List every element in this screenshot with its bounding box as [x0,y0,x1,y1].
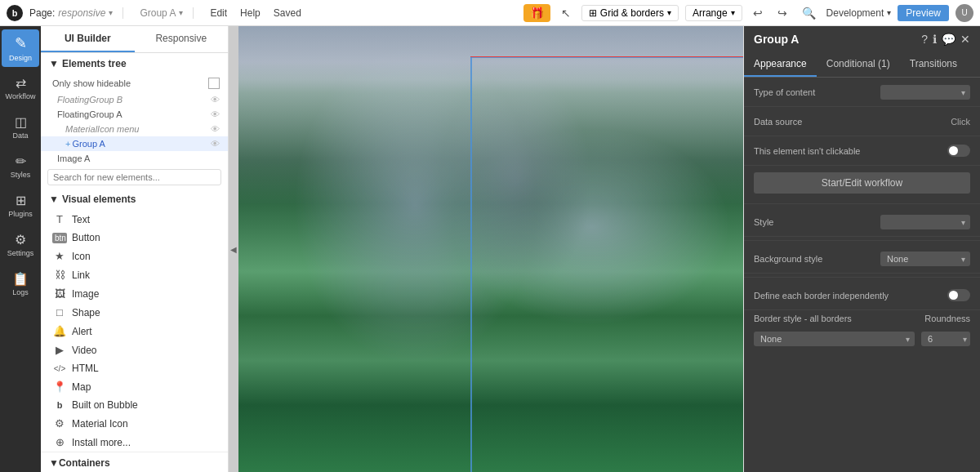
page-name: responsive [58,7,105,19]
alert-icon: 🔔 [52,325,67,337]
style-select[interactable] [880,215,970,229]
right-panel-content: Type of content Data source Click [744,78,980,472]
elem-video[interactable]: ▶ Video [41,341,228,359]
tree-item-materialicon[interactable]: MaterialIcon menu 👁 [41,122,228,136]
toggle-knob [949,146,958,155]
avatar[interactable]: U [956,4,973,22]
arrange-button[interactable]: Arrange ▾ [685,5,742,21]
sidebar-item-design[interactable]: ✎ Design [2,29,39,67]
elem-link[interactable]: ⛓ Link [41,265,228,284]
tab-conditional[interactable]: Conditional (1) [817,52,900,77]
roundness-select[interactable]: 6 [921,332,970,346]
elem-install-more[interactable]: ⊕ Install more... [41,433,228,452]
elem-alert[interactable]: 🔔 Alert [41,322,228,341]
button-icon: btn [52,233,67,243]
horizontal-guide-line [470,56,743,57]
page-chevron-icon: ▾ [109,8,113,17]
only-show-hideable-label: Only show hideable [52,78,131,88]
grid-borders-button[interactable]: ⊞ Grid & borders ▾ [581,5,679,21]
roundness-select-wrap[interactable]: 6 [921,332,970,346]
plugins-icon: ⊞ [16,193,26,208]
elem-text[interactable]: T Text [41,210,228,229]
type-of-content-select-wrapper[interactable] [880,85,970,100]
install-more-icon: ⊕ [52,436,67,448]
search-input[interactable] [47,169,221,185]
sky-overlay [238,26,743,204]
roundness-label: Roundness [924,314,970,323]
development-button[interactable]: Development ▾ [826,7,892,19]
eye-icon: 👁 [211,124,220,134]
elem-icon[interactable]: ★ Icon [41,247,228,265]
dev-chevron-icon: ▾ [887,8,891,17]
elem-html[interactable]: </> HTML [41,359,228,377]
background-style-select-wrapper[interactable]: None [880,252,970,266]
tab-transitions[interactable]: Transitions [900,52,967,77]
divider-2 [744,240,980,241]
visual-elements-arrow-icon: ▼ [49,194,59,205]
type-of-content-select[interactable] [880,85,970,100]
cursor-tool-button[interactable]: ↖ [557,4,575,22]
undo-button[interactable]: ↩ [749,4,767,22]
info-icon[interactable]: ℹ [933,33,937,46]
group-selector[interactable]: Group A ▾ [130,7,194,19]
define-border-toggle[interactable] [947,289,970,301]
search-row [41,166,228,189]
border-select-wrap[interactable]: None [754,332,915,346]
elements-tree-label: Elements tree [62,58,127,69]
collapse-handle[interactable]: ◀ [229,26,238,472]
start-edit-workflow-button[interactable]: Start/Edit workflow [754,172,970,194]
sidebar-item-plugins[interactable]: ⊞ Plugins [2,186,39,224]
define-border-row: Define each border independently [744,281,980,310]
sidebar-item-workflow[interactable]: ⇄ Workflow [2,69,39,106]
containers-header: ▼ Containers [41,452,228,472]
elem-builtonbubble[interactable]: b Built on Bubble [41,396,228,414]
sidebar-item-styles[interactable]: ✏ Styles [2,147,39,185]
comment-icon[interactable]: 💬 [942,33,956,46]
divider-1 [744,203,980,204]
shape-icon: □ [52,306,67,318]
only-show-hideable-checkbox[interactable] [208,78,220,89]
border-row: None 6 [744,327,980,351]
tree-item-groupa[interactable]: + Group A 👁 [41,136,228,151]
tree-item-floatinggroupb[interactable]: FloatingGroup B 👁 [41,92,228,107]
style-select-wrapper[interactable] [880,215,970,229]
tab-appearance[interactable]: Appearance [744,52,817,77]
help-icon[interactable]: ? [921,33,928,46]
type-of-content-row: Type of content [744,78,980,107]
not-clickable-toggle[interactable] [947,145,970,157]
group-name: Group A [140,7,176,19]
elem-map[interactable]: 📍 Map [41,377,228,396]
close-icon[interactable]: ✕ [960,33,970,46]
tree-item-floatinggroupa[interactable]: FloatingGroup A 👁 [41,107,228,122]
edit-nav[interactable]: Edit [210,7,227,19]
right-panel: Group A ? ℹ 💬 ✕ Appearance Conditional (… [743,26,980,472]
material-icon-icon: ⚙ [52,417,67,430]
background-style-select[interactable]: None [880,252,970,266]
styles-icon: ✏ [16,154,26,169]
logs-icon: 📋 [12,271,29,287]
canvas-border-left [470,56,472,472]
preview-button[interactable]: Preview [898,5,949,21]
map-icon: 📍 [52,381,67,393]
logo-text: b [12,8,18,18]
sidebar-item-logs[interactable]: 📋 Logs [2,265,39,302]
elem-image[interactable]: 🖼 Image [41,284,228,303]
data-source-click[interactable]: Click [951,117,970,127]
page-selector[interactable]: Page: responsive ▾ [29,7,123,19]
gift-button[interactable]: 🎁 [523,4,550,22]
elem-button[interactable]: btn Button [41,229,228,247]
style-label: Style [754,217,880,227]
canvas-area: 25px 603px [238,26,743,472]
sidebar-item-settings[interactable]: ⚙ Settings [2,225,39,263]
tab-ui-builder[interactable]: UI Builder [41,26,135,52]
tab-responsive[interactable]: Responsive [135,26,229,52]
sidebar-item-data[interactable]: ◫ Data [2,108,39,145]
hideable-row: Only show hideable [41,74,228,92]
tree-item-imagea[interactable]: Image A [41,151,228,166]
border-select[interactable]: None [754,332,915,346]
elem-materialicon[interactable]: ⚙ Material Icon [41,414,228,433]
elem-shape[interactable]: □ Shape [41,303,228,322]
help-nav[interactable]: Help [240,7,261,19]
search-button[interactable]: 🔍 [798,4,820,22]
redo-button[interactable]: ↪ [773,4,791,22]
